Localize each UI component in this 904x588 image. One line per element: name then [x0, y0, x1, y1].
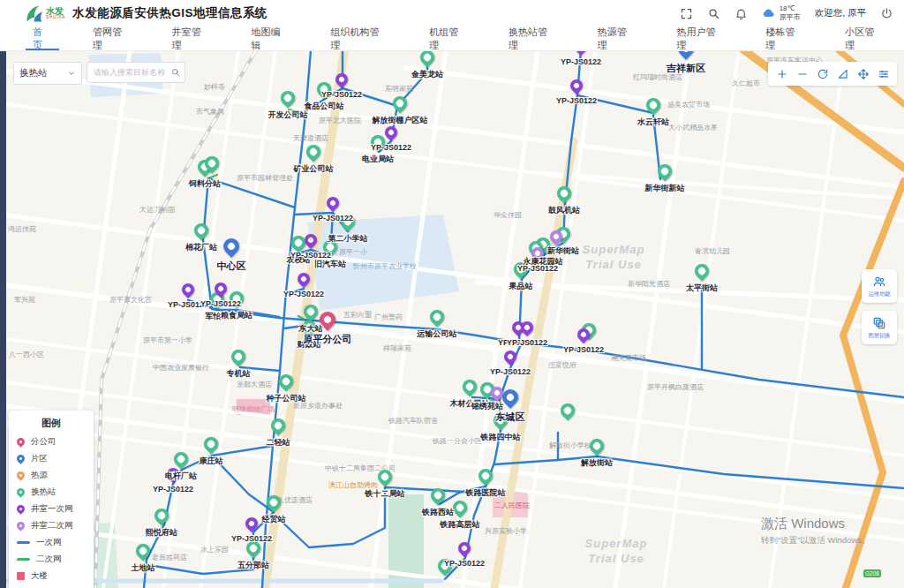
- chevron-down-icon: [67, 69, 76, 78]
- nav-tab-9[interactable]: 楼栋管理: [745, 26, 825, 50]
- legend-item-label: 片区: [31, 453, 48, 464]
- bell-icon[interactable]: [734, 7, 748, 20]
- legend-pin-icon: [15, 470, 26, 481]
- weather-temp: 18℃: [780, 4, 801, 13]
- zoom-in-button[interactable]: [772, 63, 792, 85]
- legend-item-热源: 热源: [17, 467, 86, 484]
- nav-tab-1[interactable]: 管网管理: [72, 26, 152, 50]
- map-legend: 图例 分公司片区热源换热站井室一次网井室二次网一次网二次网大楼: [9, 411, 94, 588]
- ops-tool-button[interactable]: 运维功能: [862, 269, 897, 303]
- app-header: 水发 SHUIFA 水发能源盾安供热GIS地理信息系统 18℃ 原平市: [0, 0, 904, 26]
- layer-tool-button[interactable]: 图层切换: [862, 311, 897, 344]
- app-root: 水发 SHUIFA 水发能源盾安供热GIS地理信息系统 18℃ 原平市: [0, 0, 904, 588]
- search-category-select[interactable]: 换热站: [13, 62, 82, 85]
- legend-pin-icon: [15, 453, 26, 464]
- cloud-icon: [762, 6, 776, 20]
- search-icon[interactable]: [170, 67, 181, 78]
- legend-item-label: 热源: [31, 470, 48, 481]
- legend-pin-icon: [15, 503, 26, 515]
- nav-tab-7[interactable]: 热源管理: [577, 26, 657, 50]
- logo-icon: [23, 4, 42, 23]
- map-canvas[interactable]: 换热站 运维功能图层切换 图例 分公司片区热源换热站井室一次网井室二次网一次网二…: [0, 50, 904, 588]
- search-input-wrap: [87, 62, 185, 85]
- legend-item-片区: 片区: [17, 450, 86, 467]
- nav-tab-8[interactable]: 热用户管理: [657, 26, 746, 50]
- nav-tab-5[interactable]: 机组管理: [409, 26, 488, 50]
- logout-icon[interactable]: [880, 7, 893, 20]
- weather-city: 原平市: [780, 13, 801, 22]
- map-side-tools: 运维功能图层切换: [862, 269, 897, 344]
- map-search-bar: 换热站: [13, 62, 185, 85]
- legend-item-井室一次网: 井室一次网: [17, 501, 86, 517]
- legend-pin-icon: [15, 520, 26, 531]
- header-actions: 18℃ 原平市 欢迎您, 原平: [680, 0, 893, 26]
- legend-item-分公司: 分公司: [17, 433, 86, 450]
- layers-icon: [872, 316, 886, 330]
- legend-item-label: 二次网: [36, 554, 62, 565]
- legend-square-icon: [17, 572, 25, 580]
- user-greeting: 欢迎您, 原平: [815, 7, 866, 19]
- legend-pin-icon: [15, 436, 26, 448]
- legend-line-icon: [17, 541, 30, 544]
- legend-item-一次网: 一次网: [17, 534, 86, 551]
- ops-icon: [872, 275, 886, 289]
- app-logo: 水发 SHUIFA: [23, 4, 65, 23]
- nav-tab-4[interactable]: 组织机构管理: [310, 26, 409, 50]
- legend-item-井室二次网: 井室二次网: [17, 517, 86, 534]
- zoom-out-button[interactable]: [792, 63, 812, 85]
- legend-item-label: 一次网: [36, 537, 62, 548]
- header-search-icon[interactable]: [707, 7, 720, 20]
- page-title: 水发能源盾安供热GIS地理信息系统: [72, 5, 267, 21]
- nav-tab-10[interactable]: 小区管理: [825, 26, 904, 50]
- legend-item-label: 井室二次网: [31, 520, 73, 531]
- nav-tab-2[interactable]: 井室管理: [152, 26, 231, 50]
- legend-line-icon: [17, 558, 30, 561]
- measure-button[interactable]: [832, 63, 853, 85]
- legend-item-label: 分公司: [31, 436, 56, 448]
- legend-item-label: 井室一次网: [31, 503, 73, 515]
- nav-tab-6[interactable]: 换热站管理: [488, 26, 577, 50]
- legend-item-大楼: 大楼: [17, 568, 86, 584]
- legend-pin-icon: [15, 486, 26, 498]
- map-edge-strip: [0, 50, 6, 588]
- legend-item-label: 换热站: [31, 486, 56, 498]
- weather-widget: 18℃ 原平市: [762, 4, 801, 21]
- reset-view-button[interactable]: [812, 63, 832, 85]
- nav-tab-3[interactable]: 地图编辑: [231, 26, 311, 50]
- legend-title: 图例: [17, 417, 86, 430]
- search-category-value: 换热站: [19, 67, 48, 79]
- nav-tab-0[interactable]: 首页: [12, 26, 72, 50]
- legend-item-二次网: 二次网: [17, 551, 86, 568]
- layer-list-button[interactable]: [873, 63, 893, 85]
- legend-item-换热站: 换热站: [17, 484, 86, 501]
- legend-item-label: 大楼: [31, 570, 48, 582]
- map-toolbar: [768, 62, 897, 86]
- logo-text-en: SHUIFA: [46, 16, 65, 20]
- main-nav: 首页管网管理井室管理地图编辑组织机构管理机组管理换热站管理热源管理热用户管理楼栋…: [0, 26, 904, 51]
- pan-button[interactable]: [853, 63, 873, 85]
- fullscreen-icon[interactable]: [680, 7, 693, 20]
